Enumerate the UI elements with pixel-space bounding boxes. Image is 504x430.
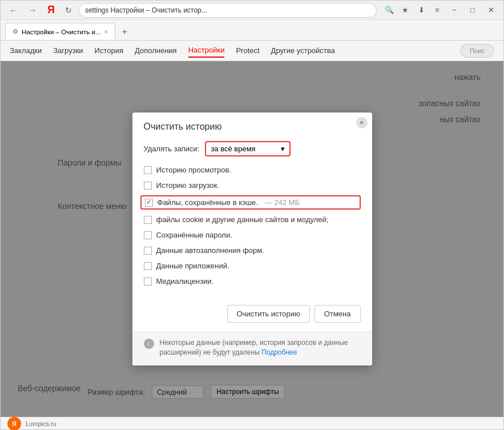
statusbar-logo: Я: [7, 417, 21, 431]
clear-history-dialog: × Очистить историю Удалять записи: за вс…: [132, 112, 372, 365]
dialog-close-button[interactable]: ×: [356, 117, 368, 128]
footer-link[interactable]: Подробнее: [261, 348, 297, 356]
address-text: settings Настройки – Очистить истор...: [85, 6, 207, 14]
delete-label: Удалять записи:: [144, 144, 200, 153]
checkbox-cache-label: Файлы, сохранённые в кэше.: [158, 198, 258, 207]
tab-settings[interactable]: ⚙ Настройки – Очистить и... ×: [5, 23, 115, 40]
clear-history-button[interactable]: Очистить историю: [227, 305, 310, 323]
reload-button[interactable]: ↻: [62, 3, 75, 17]
cache-size: — 242 МБ: [265, 198, 300, 207]
bookmark-icon-btn[interactable]: ★: [398, 3, 412, 17]
forward-button[interactable]: →: [25, 2, 41, 18]
checkbox-autofill-label: Данные автозаполнения форм.: [156, 246, 264, 255]
statusbar-url: Lumpics.ru: [26, 420, 57, 427]
back-button[interactable]: ←: [5, 2, 21, 18]
checkbox-appdata-label: Данные приложений.: [156, 262, 229, 270]
sidebar-item-bookmarks[interactable]: Закладки: [10, 44, 42, 57]
period-select[interactable]: за всё время ▾: [205, 141, 291, 156]
period-arrow-icon: ▾: [281, 144, 285, 153]
info-icon: i: [144, 339, 154, 349]
checkbox-row-autofill: Данные автозаполнения форм.: [144, 245, 361, 256]
checkbox-cache[interactable]: [145, 199, 153, 207]
checkbox-appdata[interactable]: [144, 262, 152, 270]
page-content: нажать зопасных сайтах ных сайтах Пароли…: [1, 61, 503, 417]
sidebar-item-settings[interactable]: Настройки: [188, 43, 225, 58]
tab-settings-label: Настройки – Очистить и...: [22, 29, 100, 35]
checkbox-row-appdata: Данные приложений.: [144, 260, 361, 271]
dialog-header: Очистить историю: [132, 112, 372, 136]
checkbox-history[interactable]: [144, 166, 152, 174]
maximize-button[interactable]: □: [465, 2, 481, 18]
period-value: за всё время: [211, 144, 255, 153]
search-icon-btn[interactable]: 🔍: [382, 3, 396, 17]
download-icon-btn[interactable]: ⬇: [414, 3, 428, 17]
checkbox-passwords-label: Сохранённые пароли.: [156, 231, 232, 239]
tab-settings-icon: ⚙: [13, 28, 18, 35]
sidebar-item-devices[interactable]: Другие устройства: [271, 44, 335, 57]
nav-search-placeholder: Поис: [470, 47, 485, 54]
tab-bar: ⚙ Настройки – Очистить и... × +: [1, 20, 503, 41]
dialog-footer: i Некоторые данные (например, история за…: [132, 332, 372, 365]
checkbox-downloads-label: Историю загрузок.: [156, 181, 220, 190]
yandex-logo: Я: [47, 4, 55, 16]
checkbox-row-cache: Файлы, сохранённые в кэше. — 242 МБ: [140, 195, 361, 210]
title-bar-right: 🔍 ★ ⬇ ≡ − □ ✕: [382, 2, 499, 18]
checkbox-row-cookies: файлы cookie и другие данные сайтов и мо…: [144, 214, 361, 225]
checkbox-row-passwords: Сохранённые пароли.: [144, 230, 361, 240]
delete-period-row: Удалять записи: за всё время ▾: [144, 141, 361, 156]
dialog-actions: Очистить историю Отмена: [132, 300, 372, 332]
browser-frame: ← → Я ↻ settings Настройки – Очистить ис…: [0, 0, 504, 430]
checkbox-passwords[interactable]: [144, 231, 152, 239]
nav-bar: Закладки Загрузки История Дополнения Нас…: [1, 41, 503, 61]
checkbox-row-licenses: Медиалицензии.: [144, 276, 361, 287]
footer-text: Некоторые данные (например, история запр…: [160, 338, 361, 357]
new-tab-button[interactable]: +: [116, 24, 132, 40]
checkbox-cookies[interactable]: [144, 216, 152, 224]
modal-overlay: × Очистить историю Удалять записи: за вс…: [1, 61, 503, 417]
sidebar-item-protect[interactable]: Protect: [236, 44, 259, 57]
dialog-body: Удалять записи: за всё время ▾ Историю п…: [132, 136, 372, 300]
checkbox-cookies-label: файлы cookie и другие данные сайтов и мо…: [156, 215, 329, 224]
title-bar: ← → Я ↻ settings Настройки – Очистить ис…: [1, 1, 503, 20]
checkbox-row-history: Историю просмотров.: [144, 164, 361, 175]
status-bar: Я Lumpics.ru: [1, 417, 503, 429]
menu-icon-btn[interactable]: ≡: [430, 3, 444, 17]
sidebar-item-extensions[interactable]: Дополнения: [135, 44, 177, 57]
minimize-button[interactable]: −: [446, 2, 462, 18]
dialog-title: Очистить историю: [144, 122, 361, 132]
sidebar-item-downloads[interactable]: Загрузки: [53, 44, 83, 57]
address-bar[interactable]: settings Настройки – Очистить истор...: [79, 3, 377, 18]
tab-close-button[interactable]: ×: [104, 28, 108, 36]
title-bar-nav: ← → Я ↻: [5, 2, 75, 18]
checkbox-licenses[interactable]: [144, 278, 152, 286]
sidebar-item-history[interactable]: История: [95, 44, 123, 57]
checkbox-history-label: Историю просмотров.: [156, 166, 232, 174]
cancel-button[interactable]: Отмена: [315, 305, 361, 323]
checkbox-licenses-label: Медиалицензии.: [156, 277, 214, 286]
nav-search-input[interactable]: Поис: [460, 44, 494, 58]
checkbox-autofill[interactable]: [144, 247, 152, 255]
close-button[interactable]: ✕: [483, 2, 499, 18]
checkbox-downloads[interactable]: [144, 182, 152, 190]
checkbox-row-downloads: Историю загрузок.: [144, 180, 361, 191]
